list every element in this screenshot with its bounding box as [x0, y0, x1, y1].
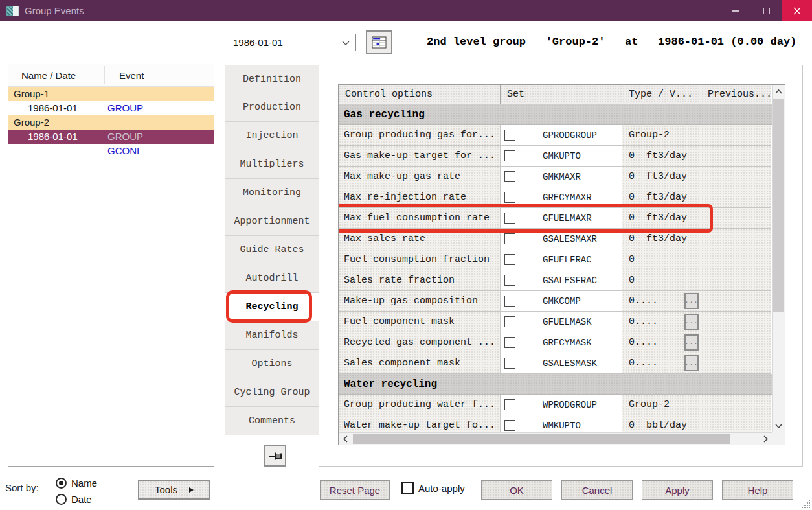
vertical-scrollbar[interactable]: [772, 85, 785, 432]
tab-production[interactable]: Production: [225, 93, 319, 122]
minimize-button[interactable]: [721, 0, 751, 21]
row-gfuelfrac[interactable]: Fuel consumption fractionGFUELFRAC0: [339, 249, 772, 270]
cancel-button[interactable]: Cancel: [561, 480, 633, 500]
tab-guide-rates[interactable]: Guide Rates: [225, 236, 319, 264]
tab-apportionment[interactable]: Apportionment: [225, 207, 319, 236]
ok-button[interactable]: OK: [481, 480, 552, 500]
set-cell[interactable]: GFUELMAXR: [501, 208, 622, 229]
apply-button[interactable]: Apply: [642, 480, 713, 500]
set-cell[interactable]: GMKCOMP: [501, 291, 622, 312]
event-link-gconi[interactable]: GCONI: [107, 145, 139, 156]
set-cell[interactable]: GRECYMASK: [501, 332, 622, 353]
scroll-up-button[interactable]: [773, 85, 785, 98]
row-gmkupto[interactable]: Gas make-up target for ...GMKUPTO0 ft3/d…: [339, 146, 772, 167]
radio-icon[interactable]: [56, 494, 67, 505]
tab-options[interactable]: Options: [225, 350, 319, 378]
sort-option-date[interactable]: Date: [56, 491, 97, 507]
scroll-down-button[interactable]: [773, 419, 785, 432]
sort-option-name[interactable]: Name: [56, 475, 97, 491]
header-previous[interactable]: Previous...: [701, 85, 771, 104]
set-cell[interactable]: GSALESMASK: [501, 353, 622, 374]
value-cell[interactable]: 0 bbl/day: [622, 415, 701, 432]
tab-monitoring[interactable]: Monitoring: [225, 179, 319, 207]
value-cell[interactable]: 0.......: [622, 332, 701, 353]
row-gfuelmask[interactable]: Fuel component maskGFUELMASK0.......: [339, 312, 772, 332]
set-cell[interactable]: GPRODGROUP: [501, 125, 622, 146]
header-control-options[interactable]: Control options: [339, 85, 501, 104]
auto-apply-checkbox[interactable]: Auto-apply: [401, 482, 465, 494]
set-checkbox[interactable]: [504, 420, 515, 431]
row-wprodgroup[interactable]: Group producing water f...WPRODGROUPGrou…: [339, 395, 772, 415]
edit-value-button[interactable]: ...: [684, 334, 699, 351]
row-wmkupto[interactable]: Water make-up target fo...WMKUPTO0 bbl/d…: [339, 415, 772, 432]
tab-injection[interactable]: Injection: [225, 122, 319, 150]
event-row[interactable]: 1986-01-01GROUP: [8, 130, 214, 144]
horizontal-scrollbar[interactable]: [339, 432, 772, 445]
event-row[interactable]: GCONI: [8, 144, 214, 158]
row-gmkmaxr[interactable]: Max make-up gas rateGMKMAXR0 ft3/day: [339, 167, 772, 187]
value-cell[interactable]: 0.......: [622, 291, 701, 312]
set-checkbox[interactable]: [504, 275, 515, 286]
row-gsalesmaxr[interactable]: Max sales rateGSALESMAXR0 ft3/day: [339, 229, 772, 249]
tab-autodrill[interactable]: Autodrill: [225, 264, 319, 293]
value-cell[interactable]: 0 ft3/day: [622, 229, 701, 249]
header-type-value[interactable]: Type / V...: [622, 85, 701, 104]
set-checkbox[interactable]: [504, 171, 515, 182]
scroll-left-button[interactable]: [339, 433, 352, 445]
group-row-group-2[interactable]: Group-2: [8, 115, 214, 130]
column-name-date[interactable]: Name / Date: [21, 70, 76, 81]
row-gsalesfrac[interactable]: Sales rate fractionGSALESFRAC0: [339, 270, 772, 291]
event-link-group[interactable]: GROUP: [107, 102, 143, 113]
set-checkbox[interactable]: [504, 296, 515, 307]
column-event[interactable]: Event: [119, 70, 144, 81]
calendar-button[interactable]: [366, 30, 392, 54]
row-gprodgroup[interactable]: Group producing gas for...GPRODGROUPGrou…: [339, 125, 772, 146]
horizontal-scroll-thumb[interactable]: [353, 434, 730, 444]
set-cell[interactable]: GRECYMAXR: [501, 187, 622, 208]
event-row[interactable]: 1986-01-01GROUP: [8, 101, 214, 115]
set-cell[interactable]: GFUELFRAC: [501, 249, 622, 270]
radio-icon[interactable]: [56, 478, 67, 489]
set-cell[interactable]: GFUELMASK: [501, 312, 622, 332]
vertical-scroll-thumb[interactable]: [773, 99, 784, 312]
row-gsalesmask[interactable]: Sales component maskGSALESMASK0.......: [339, 353, 772, 374]
close-button[interactable]: [782, 0, 812, 21]
tab-cycling-group[interactable]: Cycling Group: [225, 378, 319, 407]
set-checkbox[interactable]: [504, 337, 515, 348]
tab-multipliers[interactable]: Multipliers: [225, 150, 319, 179]
edit-value-button[interactable]: ...: [684, 293, 699, 309]
set-checkbox[interactable]: [504, 233, 515, 244]
header-set[interactable]: Set: [501, 85, 622, 104]
row-grecymaxr[interactable]: Max re-injection rateGRECYMAXR0 ft3/day: [339, 187, 772, 208]
value-cell[interactable]: 0.......: [622, 353, 701, 374]
set-cell[interactable]: GMKUPTO: [501, 146, 622, 167]
value-cell[interactable]: Group-2: [622, 395, 701, 415]
date-dropdown[interactable]: 1986-01-01: [227, 34, 356, 51]
edit-value-button[interactable]: ...: [684, 314, 699, 330]
set-checkbox[interactable]: [504, 192, 515, 203]
tab-comments[interactable]: Comments: [225, 407, 319, 435]
scroll-right-button[interactable]: [759, 433, 772, 445]
set-checkbox[interactable]: [504, 150, 515, 161]
value-cell[interactable]: 0: [622, 249, 701, 270]
set-cell[interactable]: GSALESFRAC: [501, 270, 622, 291]
value-cell[interactable]: 0 ft3/day: [622, 167, 701, 187]
set-checkbox[interactable]: [504, 399, 515, 410]
set-checkbox[interactable]: [504, 130, 515, 141]
set-cell[interactable]: WMKUPTO: [501, 415, 622, 432]
pin-button[interactable]: [264, 445, 286, 467]
resize-grip[interactable]: [801, 499, 810, 508]
set-checkbox[interactable]: [504, 213, 515, 224]
row-gfuelmaxr[interactable]: Max fuel consumption rateGFUELMAXR0 ft3/…: [339, 208, 772, 229]
help-button[interactable]: Help: [722, 480, 793, 500]
reset-page-button[interactable]: Reset Page: [320, 480, 390, 500]
value-cell[interactable]: 0.......: [622, 312, 701, 332]
edit-value-button[interactable]: ...: [684, 355, 699, 371]
set-checkbox[interactable]: [504, 316, 515, 327]
tools-button[interactable]: Tools: [138, 480, 210, 500]
event-link-group[interactable]: GROUP: [107, 131, 143, 142]
value-cell[interactable]: Group-2: [622, 125, 701, 146]
set-checkbox[interactable]: [504, 358, 515, 369]
set-cell[interactable]: GSALESMAXR: [501, 229, 622, 249]
row-gmkcomp[interactable]: Make-up gas compositionGMKCOMP0.......: [339, 291, 772, 312]
